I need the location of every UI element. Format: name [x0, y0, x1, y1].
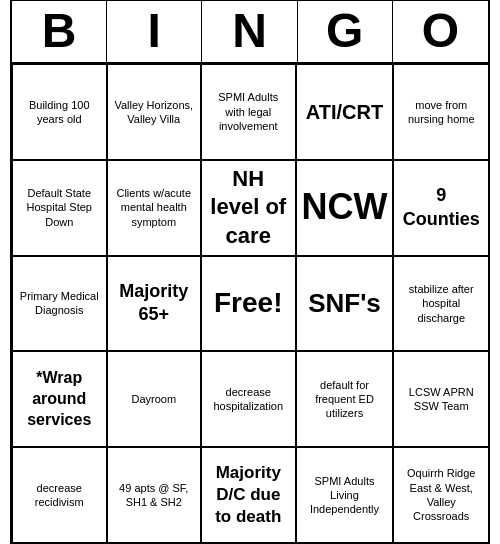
bingo-card: B I N G O Building 100 years oldValley H… [10, 0, 490, 544]
letter-g: G [298, 1, 393, 62]
bingo-cell-18: default for frequent ED utilizers [296, 351, 394, 447]
bingo-cell-10: Primary Medical Diagnosis [12, 256, 107, 352]
bingo-cell-11: Majority 65+ [107, 256, 202, 352]
letter-i: I [107, 1, 202, 62]
bingo-cell-17: decrease hospitalization [201, 351, 296, 447]
bingo-grid: Building 100 years oldValley Horizons, V… [12, 64, 488, 543]
bingo-cell-21: 49 apts @ SF, SH1 & SH2 [107, 447, 202, 543]
bingo-cell-23: SPMI Adults Living Independently [296, 447, 394, 543]
bingo-cell-24: Oquirrh Ridge East & West, Valley Crossr… [393, 447, 488, 543]
letter-n: N [202, 1, 297, 62]
bingo-cell-8: NCW [296, 160, 394, 256]
bingo-cell-9: 9 Counties [393, 160, 488, 256]
bingo-cell-13: SNF's [296, 256, 394, 352]
bingo-cell-4: move from nursing home [393, 64, 488, 160]
bingo-cell-15: *Wrap around services [12, 351, 107, 447]
bingo-cell-2: SPMI Adults with legal involvement [201, 64, 296, 160]
bingo-cell-1: Valley Horizons, Valley Villa [107, 64, 202, 160]
bingo-cell-14: stabilize after hospital discharge [393, 256, 488, 352]
bingo-cell-22: Majority D/C due to death [201, 447, 296, 543]
bingo-cell-20: decrease recidivism [12, 447, 107, 543]
bingo-cell-0: Building 100 years old [12, 64, 107, 160]
letter-b: B [12, 1, 107, 62]
bingo-cell-6: Clients w/acute mental health symptom [107, 160, 202, 256]
bingo-cell-7: NH level of care [201, 160, 296, 256]
bingo-header: B I N G O [12, 1, 488, 64]
bingo-cell-19: LCSW APRN SSW Team [393, 351, 488, 447]
bingo-cell-12: Free! [201, 256, 296, 352]
bingo-cell-3: ATI/CRT [296, 64, 394, 160]
letter-o: O [393, 1, 488, 62]
bingo-cell-5: Default State Hospital Step Down [12, 160, 107, 256]
bingo-cell-16: Dayroom [107, 351, 202, 447]
